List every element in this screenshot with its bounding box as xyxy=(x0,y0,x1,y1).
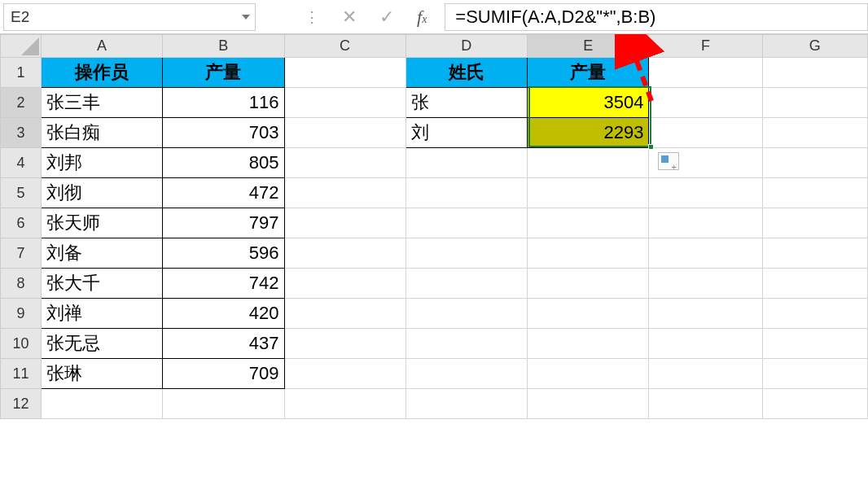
col-header-C[interactable]: C xyxy=(284,35,406,58)
cell-operator-name[interactable]: 张天师 xyxy=(41,208,162,238)
cell-D1[interactable]: 姓氏 xyxy=(406,58,527,88)
row-header-2[interactable]: 2 xyxy=(1,88,42,118)
cell-F12[interactable] xyxy=(649,389,762,419)
cell-G4[interactable] xyxy=(762,148,867,178)
cell-D12[interactable] xyxy=(406,389,527,419)
cell-D9[interactable] xyxy=(406,299,527,329)
cell-surname[interactable]: 刘 xyxy=(406,118,527,148)
row-header-6[interactable]: 6 xyxy=(1,208,42,238)
spreadsheet-grid[interactable]: ABCDEFG1操作员产量姓氏产量2张三丰116张35043张白痴703刘229… xyxy=(0,34,868,419)
cell-operator-name[interactable]: 张无忌 xyxy=(41,329,162,359)
cell-F8[interactable] xyxy=(649,269,762,299)
row-header-5[interactable]: 5 xyxy=(1,178,42,208)
cell-C1[interactable] xyxy=(284,58,406,88)
row-header-4[interactable]: 4 xyxy=(1,148,42,178)
cell-operator-name[interactable]: 张大千 xyxy=(41,269,162,299)
cell-surname-sum[interactable]: 3504 xyxy=(527,88,648,118)
cell-operator-name[interactable]: 刘邦 xyxy=(41,148,162,178)
cell-operator-qty[interactable]: 420 xyxy=(163,299,284,329)
cell-C2[interactable] xyxy=(284,88,406,118)
cell-B12[interactable] xyxy=(163,389,284,419)
cell-G6[interactable] xyxy=(762,208,867,238)
cell-F6[interactable] xyxy=(649,208,762,238)
cell-A1[interactable]: 操作员 xyxy=(41,58,162,88)
cell-F11[interactable] xyxy=(649,359,762,389)
cell-operator-name[interactable]: 张白痴 xyxy=(41,118,162,148)
cell-G7[interactable] xyxy=(762,238,867,269)
row-header-12[interactable]: 12 xyxy=(1,389,42,419)
cell-surname[interactable]: 张 xyxy=(406,88,527,118)
paste-options-icon[interactable] xyxy=(658,152,679,170)
cell-E5[interactable] xyxy=(527,178,648,208)
expand-bar-icon[interactable]: ⋮ xyxy=(305,8,319,26)
name-box[interactable]: E2 xyxy=(3,3,256,31)
cell-F5[interactable] xyxy=(649,178,762,208)
cell-F2[interactable] xyxy=(649,88,762,118)
cell-F7[interactable] xyxy=(649,238,762,269)
col-header-D[interactable]: D xyxy=(406,35,527,58)
formula-input[interactable]: =SUMIF(A:A,D2&"*",B:B) xyxy=(445,3,868,31)
cell-G1[interactable] xyxy=(762,58,867,88)
cell-operator-name[interactable]: 张琳 xyxy=(41,359,162,389)
cell-C12[interactable] xyxy=(284,389,406,419)
cell-F9[interactable] xyxy=(649,299,762,329)
cell-C6[interactable] xyxy=(284,208,406,238)
row-header-7[interactable]: 7 xyxy=(1,238,42,269)
cell-surname-sum[interactable]: 2293 xyxy=(527,118,648,148)
col-header-E[interactable]: E xyxy=(527,35,648,58)
cell-D4[interactable] xyxy=(406,148,527,178)
cell-C4[interactable] xyxy=(284,148,406,178)
cell-F1[interactable] xyxy=(649,58,762,88)
cell-D5[interactable] xyxy=(406,178,527,208)
cell-F10[interactable] xyxy=(649,329,762,359)
cell-operator-qty[interactable]: 596 xyxy=(163,238,284,269)
cell-G3[interactable] xyxy=(762,118,867,148)
col-header-A[interactable]: A xyxy=(41,35,162,58)
cell-E4[interactable] xyxy=(527,148,648,178)
cell-F3[interactable] xyxy=(649,118,762,148)
col-header-B[interactable]: B xyxy=(163,35,284,58)
row-header-9[interactable]: 9 xyxy=(1,299,42,329)
cell-E1[interactable]: 产量 xyxy=(527,58,648,88)
cell-E8[interactable] xyxy=(527,269,648,299)
cell-D7[interactable] xyxy=(406,238,527,269)
cell-E9[interactable] xyxy=(527,299,648,329)
cell-G5[interactable] xyxy=(762,178,867,208)
cell-C7[interactable] xyxy=(284,238,406,269)
cell-D10[interactable] xyxy=(406,329,527,359)
cell-B1[interactable]: 产量 xyxy=(163,58,284,88)
cell-operator-qty[interactable]: 805 xyxy=(163,148,284,178)
cell-E12[interactable] xyxy=(527,389,648,419)
cell-C8[interactable] xyxy=(284,269,406,299)
cell-C11[interactable] xyxy=(284,359,406,389)
cell-C3[interactable] xyxy=(284,118,406,148)
cell-operator-qty[interactable]: 437 xyxy=(163,329,284,359)
row-header-1[interactable]: 1 xyxy=(1,58,42,88)
cell-operator-qty[interactable]: 797 xyxy=(163,208,284,238)
cell-G8[interactable] xyxy=(762,269,867,299)
cell-operator-name[interactable]: 刘禅 xyxy=(41,299,162,329)
cell-operator-qty[interactable]: 703 xyxy=(163,118,284,148)
col-header-F[interactable]: F xyxy=(649,35,762,58)
cell-operator-name[interactable]: 刘备 xyxy=(41,238,162,269)
row-header-11[interactable]: 11 xyxy=(1,359,42,389)
cell-operator-qty[interactable]: 472 xyxy=(163,178,284,208)
cell-D11[interactable] xyxy=(406,359,527,389)
cell-C5[interactable] xyxy=(284,178,406,208)
cell-operator-qty[interactable]: 742 xyxy=(163,269,284,299)
cell-E11[interactable] xyxy=(527,359,648,389)
cell-G11[interactable] xyxy=(762,359,867,389)
cancel-icon[interactable]: ✕ xyxy=(342,7,357,28)
enter-icon[interactable]: ✓ xyxy=(379,7,394,28)
cell-G12[interactable] xyxy=(762,389,867,419)
cell-D8[interactable] xyxy=(406,269,527,299)
cell-C9[interactable] xyxy=(284,299,406,329)
cell-G2[interactable] xyxy=(762,88,867,118)
cell-G9[interactable] xyxy=(762,299,867,329)
cell-G10[interactable] xyxy=(762,329,867,359)
cell-operator-qty[interactable]: 116 xyxy=(163,88,284,118)
cell-operator-name[interactable]: 刘彻 xyxy=(41,178,162,208)
cell-E7[interactable] xyxy=(527,238,648,269)
fx-icon[interactable]: fx xyxy=(417,7,427,28)
cell-C10[interactable] xyxy=(284,329,406,359)
